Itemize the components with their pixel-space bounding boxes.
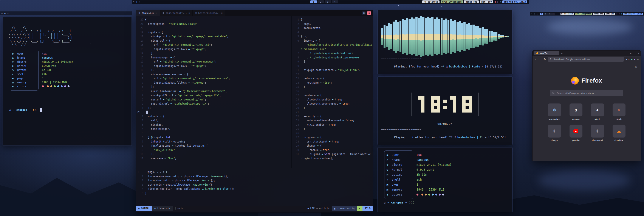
clock-segment bbox=[437, 106, 440, 109]
code-line: 2 sops-nix.url = "github:Mic92/sops-nix"… bbox=[136, 102, 292, 106]
code-line: 3 nur.url = "github:nix-community/nur"; bbox=[136, 98, 292, 102]
workspace-button-3[interactable]: 3 bbox=[547, 13, 551, 15]
clock-segment bbox=[453, 106, 456, 109]
clock-segment bbox=[434, 109, 437, 113]
refresh-button[interactable]: ↻ bbox=[544, 58, 546, 61]
clock-segment bbox=[418, 96, 421, 100]
buffer-picker-button[interactable]: ▦ bbox=[362, 12, 366, 15]
newtab-search-bar[interactable] bbox=[550, 90, 623, 96]
line-number: 8 bbox=[292, 56, 299, 60]
menu-icon[interactable]: ≡ bbox=[531, 13, 532, 15]
eq-bar bbox=[448, 20, 450, 53]
eq-bar bbox=[386, 26, 388, 47]
code-line: 15 }; bbox=[292, 85, 373, 89]
maximize-button[interactable]: □ bbox=[634, 52, 635, 55]
menu-icon[interactable]: ≡ bbox=[1, 12, 2, 15]
code-line: 4 firefox-mod-blur = pkgs.callPackage ./… bbox=[136, 187, 373, 191]
address-input[interactable] bbox=[553, 58, 622, 61]
fetch-label: shell bbox=[392, 178, 400, 181]
record-icon: ● bbox=[616, 13, 618, 15]
shortcut-tile[interactable]: ✳chatgpt bbox=[548, 125, 561, 141]
minimize-button[interactable]: – bbox=[630, 52, 632, 55]
project-name: ▣ nixos-config bbox=[332, 206, 357, 211]
code-text: nixos-wsl = { bbox=[145, 39, 170, 43]
eq-bar bbox=[464, 22, 466, 51]
workspace-button-4[interactable]: 4 bbox=[551, 13, 555, 15]
tag-icon: ◎ bbox=[536, 13, 538, 15]
editor-tab[interactable]: ❄hosts/isoImag..× bbox=[193, 10, 225, 16]
hamburger-menu-icon[interactable]: ≡ bbox=[637, 58, 638, 61]
back-button[interactable]: ← bbox=[535, 58, 537, 61]
branch-icon: ᛘ bbox=[175, 207, 176, 210]
editor-pane-pkgs[interactable]: 1{pkgs, ...}: {1 tux-awesome-wm-config =… bbox=[136, 168, 373, 206]
shortcut-tile[interactable]: ✳claude bbox=[612, 103, 626, 120]
eq-bar bbox=[404, 20, 406, 53]
shortcut-tile[interactable]: ❄search.nixos bbox=[548, 103, 561, 120]
line-number: 2 bbox=[136, 102, 143, 106]
tab-close-icon[interactable]: × bbox=[188, 12, 190, 15]
editor-tabline: ❄flake.nix×❄pkgs/default...×❄hosts/isoIm… bbox=[136, 10, 373, 16]
line-number: 6 bbox=[136, 85, 143, 89]
color-swatch bbox=[47, 85, 49, 87]
settings-gear-icon[interactable]: ⚙ bbox=[635, 65, 637, 68]
line-number: 12 bbox=[292, 72, 299, 77]
code-line: 13 networking = { bbox=[292, 77, 373, 81]
eq-bar bbox=[427, 17, 429, 56]
hname-icon: ⌂ bbox=[386, 158, 390, 161]
code-line: 18 nixpkgs.url = "github:nixos/nixpkgs/n… bbox=[136, 35, 292, 39]
editor-tab[interactable]: ❄flake.nix× bbox=[136, 10, 160, 16]
fetch-label-cell: ⌂hname bbox=[10, 56, 36, 59]
editor-tabs: ❄flake.nix×❄pkgs/default...×❄hosts/isoIm… bbox=[136, 10, 225, 16]
shortcut-tile[interactable]: aamazon bbox=[570, 103, 582, 120]
line-number: 10 bbox=[136, 68, 143, 72]
shortcut-tile[interactable]: ✳chat.openai bbox=[591, 125, 604, 141]
code-text: description = "tux's NixOS Flake"; bbox=[145, 22, 199, 26]
eq-bar bbox=[384, 25, 386, 48]
line-number: 25 bbox=[292, 127, 299, 131]
code-text: rtkit.enable = true; bbox=[301, 123, 336, 127]
code-line: 27 programs = { bbox=[292, 135, 373, 140]
fetch-label: hname bbox=[392, 158, 400, 161]
workspace-button-2[interactable]: 2 bbox=[318, 1, 324, 3]
clock-widget: Thu Aug 08, 18:18 bbox=[623, 13, 643, 15]
workspace-button-1[interactable]: 1 bbox=[540, 13, 543, 15]
clock-segment bbox=[462, 103, 466, 106]
line-number: 14 bbox=[292, 81, 299, 85]
address-bar[interactable] bbox=[548, 57, 624, 62]
fetch-label-cell: ◈colors bbox=[10, 85, 36, 88]
shortcut-tile[interactable]: ☁cloudflare bbox=[612, 125, 626, 141]
fetch-label-cell: ▤memory bbox=[10, 81, 36, 84]
fetch-label: colors bbox=[17, 85, 26, 88]
editor-pane-iso[interactable]: 1{2 pkgs,3 modulesPath,4 ...5}: {6 impor… bbox=[292, 16, 373, 168]
shortcut-tile[interactable]: ▶youtube bbox=[570, 125, 582, 141]
workspace-button-2[interactable]: 2 bbox=[544, 13, 547, 15]
code-text: inputs = { bbox=[145, 30, 163, 35]
editor-tab[interactable]: ❄pkgs/default...× bbox=[160, 10, 193, 16]
tab-close-icon[interactable]: × bbox=[221, 12, 222, 15]
shortcut-label: github bbox=[595, 118, 600, 120]
workspace-button-4[interactable]: 4 bbox=[332, 1, 338, 3]
close-button[interactable]: × bbox=[638, 52, 639, 55]
workspace-button-1[interactable]: 1 bbox=[310, 1, 317, 3]
firefox-logo bbox=[571, 77, 579, 85]
eq-bar bbox=[392, 22, 395, 51]
tab-close-icon[interactable]: × bbox=[156, 12, 157, 15]
code-line: 21 description = "tux's NixOS Flake"; bbox=[136, 22, 292, 26]
code-line: n-cd-minimal.nix" bbox=[292, 47, 373, 52]
browser-tab[interactable]: New Tab bbox=[534, 51, 559, 55]
fetch-label-cell: ◉user bbox=[10, 52, 36, 55]
workspace-button-3[interactable]: 3 bbox=[324, 1, 331, 3]
menu-icon[interactable]: ≡ bbox=[133, 1, 134, 3]
shortcut-tile[interactable]: ●github bbox=[591, 103, 604, 120]
code-text: networking = { bbox=[301, 77, 324, 81]
status-chips: P: BalancedGPU: IntegratedHome: 8msBat: … bbox=[422, 1, 493, 3]
forward-button[interactable]: → bbox=[539, 58, 542, 61]
code-line: 4 ... bbox=[292, 30, 373, 35]
editor-pane-flake[interactable]: 22{21 description = "tux's NixOS Flake";… bbox=[136, 16, 292, 168]
code-line: 31 plugins = with pkgs.xfce; [thunar-arc… bbox=[292, 152, 373, 156]
new-tab-button[interactable]: + bbox=[561, 52, 563, 55]
eq-bar bbox=[456, 22, 459, 51]
newtab-search-input[interactable] bbox=[556, 92, 621, 95]
window-close-button[interactable]: × bbox=[367, 12, 371, 15]
firefox-tab-strip: New Tab + – □ × bbox=[532, 51, 641, 56]
